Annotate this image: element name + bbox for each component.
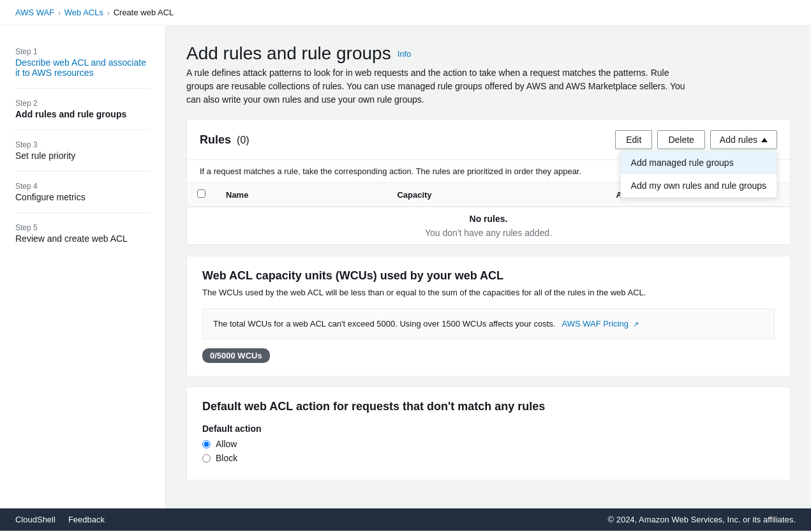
breadcrumb-sep-1: ›	[58, 9, 61, 17]
sidebar-step-1-link[interactable]: Describe web ACL and associate it to AWS…	[15, 57, 146, 78]
sidebar: Step 1 Describe web ACL and associate it…	[0, 26, 166, 508]
wcu-description: The WCUs used by the web ACL will be les…	[202, 286, 775, 299]
radio-allow: Allow	[202, 439, 775, 449]
sidebar-divider-3	[15, 171, 150, 172]
default-action-title: Default web ACL action for requests that…	[202, 400, 775, 413]
delete-button[interactable]: Delete	[657, 130, 704, 149]
edit-button[interactable]: Edit	[615, 130, 652, 149]
info-link[interactable]: Info	[398, 49, 412, 59]
breadcrumb-sep-2: ›	[107, 9, 110, 17]
footer-cloudshell-link[interactable]: CloudShell	[15, 515, 56, 524]
default-action-panel: Default web ACL action for requests that…	[186, 387, 791, 480]
default-action-section: Default web ACL action for requests that…	[187, 387, 790, 480]
rules-panel: Rules (0) Edit Delete Add rules Add mana…	[186, 119, 791, 246]
sidebar-step-3-label: Step 3	[15, 140, 150, 149]
table-header-capacity: Capacity	[387, 183, 606, 207]
radio-block-input[interactable]	[202, 454, 211, 462]
sidebar-step-1-title[interactable]: Describe web ACL and associate it to AWS…	[15, 57, 150, 78]
sidebar-step-3-title: Set rule priority	[15, 151, 150, 161]
no-rules-desc: You don't have any rules added.	[197, 228, 780, 238]
main-content: Add rules and rule groups Info A rule de…	[166, 26, 811, 508]
breadcrumb-web-acls[interactable]: Web ACLs	[64, 8, 103, 17]
footer: CloudShell Feedback © 2024, Amazon Web S…	[0, 508, 811, 531]
wcu-section: Web ACL capacity units (WCUs) used by yo…	[187, 256, 790, 376]
sidebar-step-2: Step 2 Add rules and rule groups	[0, 92, 165, 126]
sidebar-step-5-label: Step 5	[15, 223, 150, 232]
radio-block-label: Block	[216, 453, 237, 463]
no-rules-title: No rules.	[197, 214, 780, 224]
sidebar-divider-4	[15, 212, 150, 213]
wcu-title: Web ACL capacity units (WCUs) used by yo…	[202, 269, 775, 283]
page-title: Add rules and rule groups Info	[186, 43, 791, 64]
table-row-empty: No rules. You don't have any rules added…	[187, 207, 790, 245]
sidebar-step-2-title: Add rules and rule groups	[15, 109, 150, 119]
sidebar-step-2-label: Step 2	[15, 99, 150, 108]
table-header-name: Name	[216, 183, 387, 207]
breadcrumb: AWS WAF › Web ACLs › Create web ACL	[0, 0, 811, 26]
add-rules-button[interactable]: Add rules	[710, 130, 777, 149]
rules-button-group: Edit Delete Add rules Add managed rule g…	[615, 130, 777, 149]
sidebar-divider-1	[15, 88, 150, 89]
sidebar-step-4-title: Configure metrics	[15, 192, 150, 202]
sidebar-step-4-label: Step 4	[15, 182, 150, 191]
add-rules-triangle-icon	[761, 138, 768, 142]
sidebar-step-3: Step 3 Set rule priority	[0, 134, 165, 167]
sidebar-step-4: Step 4 Configure metrics	[0, 175, 165, 209]
sidebar-step-5: Step 5 Review and create web ACL	[0, 217, 165, 250]
default-action-label: Default action	[202, 424, 775, 434]
footer-feedback-link[interactable]: Feedback	[68, 515, 105, 524]
rules-panel-header: Rules (0) Edit Delete Add rules Add mana…	[187, 120, 790, 160]
table-header-checkbox	[187, 183, 216, 207]
dropdown-add-managed[interactable]: Add managed rule groups	[621, 151, 777, 174]
wcu-pricing-link[interactable]: AWS WAF Pricing ↗	[562, 319, 639, 329]
wcu-info-box: The total WCUs for a web ACL can't excee…	[202, 308, 775, 340]
radio-allow-input[interactable]	[202, 440, 211, 448]
sidebar-step-5-title: Review and create web ACL	[15, 233, 150, 244]
sidebar-divider-2	[15, 129, 150, 130]
radio-allow-label: Allow	[216, 439, 237, 449]
wcu-badge: 0/5000 WCUs	[202, 348, 270, 363]
rules-title: Rules (0)	[200, 133, 249, 147]
sidebar-step-1-label: Step 1	[15, 47, 150, 56]
sidebar-step-1: Step 1 Describe web ACL and associate it…	[0, 41, 165, 84]
footer-left: CloudShell Feedback	[15, 515, 105, 524]
breadcrumb-aws-waf[interactable]: AWS WAF	[15, 8, 54, 17]
footer-copyright: © 2024, Amazon Web Services, Inc. or its…	[607, 515, 796, 524]
wcu-panel: Web ACL capacity units (WCUs) used by yo…	[186, 256, 791, 376]
breadcrumb-current: Create web ACL	[114, 8, 174, 17]
add-rules-dropdown: Add managed rule groups Add my own rules…	[620, 151, 777, 198]
page-description: A rule defines attack patterns to look f…	[186, 66, 697, 107]
radio-block: Block	[202, 453, 775, 463]
wcu-info-text: The total WCUs for a web ACL can't excee…	[213, 319, 555, 329]
dropdown-add-own[interactable]: Add my own rules and rule groups	[621, 174, 777, 197]
select-all-checkbox[interactable]	[197, 189, 205, 198]
external-link-icon: ↗	[633, 320, 639, 328]
